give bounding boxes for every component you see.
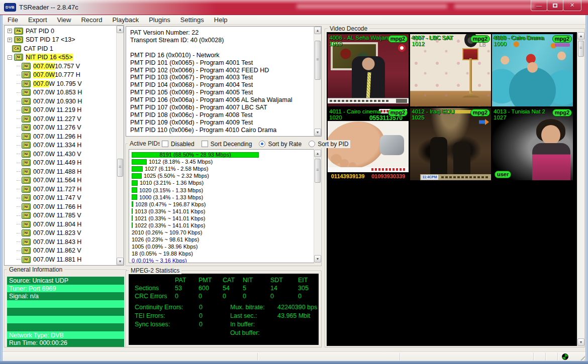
pid-row[interactable]: 1005 (0.09% - 38.96 Kbps) <box>132 243 314 250</box>
scroll-up-icon[interactable]: ▲ <box>117 26 124 33</box>
tree-item-transponder[interactable]: NI 007.0W 11.843 H <box>5 237 116 247</box>
menu-item[interactable]: Settings <box>175 16 209 24</box>
pid-row[interactable]: 1022 (0.33% ~ 141.01 Kbps) <box>132 222 314 229</box>
radio-selected-icon[interactable] <box>259 141 265 147</box>
pid-row[interactable]: 1025 (5.50% ~ 2.32 Mbps) <box>132 172 314 179</box>
tree-item-transponder[interactable]: NI 007.0W 11.219 H <box>5 106 116 115</box>
tree-item-transponder[interactable]: NI 007.0W 11.449 H <box>5 159 116 168</box>
active-pids-list[interactable]: 8191 (68.50% ~ 28.93 Mbps) 1012 (8.18% -… <box>129 149 314 263</box>
tree-item-sdt[interactable]: + SD SDT PID 17 <13> <box>5 36 116 45</box>
scrollbar-thumb[interactable] <box>315 41 321 80</box>
scroll-up-icon[interactable]: ▲ <box>314 150 321 157</box>
pid-row[interactable]: 1028 (0.47% ~ 196.87 Kbps) <box>132 201 314 208</box>
pid-row[interactable]: 1013 (0.33% ~ 141.01 Kbps) <box>132 208 314 215</box>
active-pids-scrollbar[interactable]: ▲ ▼ <box>314 150 321 263</box>
video-tile-iraqi-edu[interactable]: 11:4CPM 4012 - Iraqi EDU 1025 mpg2 <box>410 108 491 180</box>
minimize-button[interactable]: — <box>531 0 547 11</box>
sort-by-pid-radio[interactable]: Sort by PID <box>309 141 348 148</box>
pid-row[interactable]: 1027 (6.11% - 2.58 Mbps) <box>132 165 314 172</box>
pid-row[interactable]: 1020 (3.15% - 1.33 Mbps) <box>132 186 314 193</box>
pid-row[interactable]: 1000 (3.14% - 1.33 Mbps) <box>132 194 314 201</box>
scroll-down-icon[interactable]: ▼ <box>314 255 321 263</box>
highlighted-text: 007.0W <box>33 63 55 70</box>
tree-scrollbar[interactable]: ▲ ▼ <box>116 26 124 265</box>
radio-icon[interactable] <box>309 141 315 147</box>
tree-item-transponder[interactable]: NI 007.0W 10.777 H <box>5 71 116 80</box>
tree-item-transponder[interactable]: NI 007.0W 10.853 H <box>5 88 116 97</box>
tree-item-cat[interactable]: CA CAT PID 1 <box>5 44 116 53</box>
tree-item-transponder[interactable]: NI 007.0W 11.296 H <box>5 132 116 141</box>
video-tile-al-seha-waljamal[interactable]: 4006 - AL Seha Waljamal 1010 mpg2 <box>328 34 409 106</box>
pid-row[interactable]: 1010 (3.21% - 1.36 Mbps) <box>132 179 314 186</box>
tree-item-label: 007.0W 11.219 H <box>33 106 81 113</box>
tree-item-pat[interactable]: + PA PAT PID 0 <box>5 27 116 36</box>
video-tile-tunisia-nat-2[interactable]: user 4013 - Tunisia Nat 2 1027 mpg2 <box>492 108 573 180</box>
pid-row[interactable]: 1026 (0.23% ~ 98.61 Kbps) <box>132 236 314 243</box>
menu-item[interactable]: View <box>52 16 76 24</box>
scrollbar-thumb[interactable] <box>315 159 321 183</box>
sort-by-rate-radio[interactable]: Sort by Rate <box>259 141 302 148</box>
menu-item[interactable]: File <box>3 16 23 24</box>
expand-icon[interactable]: + <box>8 29 12 33</box>
tree-item-transponder[interactable]: NI 007.0W 11.488 H <box>5 167 116 176</box>
pid-row[interactable]: 1021 (0.33% ~ 141.01 Kbps) <box>132 215 314 222</box>
tree-item-transponder[interactable]: NI 007.0W 11.564 H <box>5 176 116 185</box>
menu-item[interactable]: Help <box>209 16 233 24</box>
video-pid: 1025 <box>412 114 455 120</box>
scroll-down-icon[interactable]: ▼ <box>577 338 584 346</box>
pid-row-total[interactable]: 8191 (68.50% ~ 28.93 Mbps) <box>132 151 314 158</box>
tree-item-transponder[interactable]: NI 007.0W 11.747 V <box>5 194 116 203</box>
tree-item-transponder[interactable]: NI 007.0W 11.785 V <box>5 211 116 220</box>
tree-item-label: 007.0W 11.488 H <box>33 168 81 175</box>
video-decode-scrollbar[interactable]: ▲ ▼ <box>577 32 584 346</box>
tree-item-transponder[interactable]: NI 007.0W 11.430 V <box>5 150 116 159</box>
scrollbar-thumb[interactable] <box>117 159 123 177</box>
checkbox-icon[interactable] <box>202 141 208 147</box>
scroll-down-icon[interactable]: ▼ <box>117 258 124 265</box>
tree-item-nit[interactable]: - NI NIT PID 16 <55> <box>5 53 116 62</box>
collapse-icon[interactable]: - <box>8 55 12 60</box>
tree-item-transponder[interactable]: NI 007.0W 10.795 V <box>5 79 116 88</box>
scroll-down-icon[interactable]: ▼ <box>314 129 321 136</box>
tree-item-transponder[interactable]: NI 007.0W 11.766 H <box>5 202 116 211</box>
menu-item[interactable]: Plugins <box>144 16 175 24</box>
scroll-up-icon[interactable]: ▲ <box>577 32 584 40</box>
video-tile-lbc-sat[interactable]: LB 4007 - LBC SAT 1012 mpg2 <box>410 34 491 106</box>
scrollbar-thumb[interactable] <box>578 41 584 57</box>
pid-row-label: 1000 (3.14% - 1.33 Mbps) <box>139 194 203 200</box>
pat-scrollbar[interactable]: ▲ ▼ <box>314 27 321 136</box>
general-info-row: Source: Unicast UDP <box>7 277 124 285</box>
menu-item[interactable]: Export <box>23 16 52 24</box>
title-bar[interactable]: DVB TSReader -- 2.8.47c — ✕ <box>0 0 588 15</box>
tree-item-transponder[interactable]: NI 007.0W 11.334 H <box>5 141 116 150</box>
sort-descending-checkbox[interactable]: Sort Decending <box>202 141 252 148</box>
nit-icon: NI <box>22 89 31 96</box>
menu-item[interactable]: Record <box>76 16 107 24</box>
menu-item[interactable]: Playback <box>107 16 144 24</box>
resize-grip[interactable] <box>578 354 585 360</box>
tree-item-transponder[interactable]: NI 007.0W 10.930 H <box>5 97 116 106</box>
nit-icon: NI <box>22 115 31 123</box>
pid-row[interactable]: 2010 (0.26% ~ 109.70 Kbps) <box>132 229 314 236</box>
video-tile-cairo-drama[interactable]: 4010 - Cairo Drama 1000 mpg2 <box>492 34 573 106</box>
tree-item-transponder[interactable]: NI 007.0W 11.727 H <box>5 185 116 194</box>
tree-item-transponder[interactable]: NI 007.0W 11.276 V <box>5 124 116 133</box>
active-pids-controls: Disabled Sort Decending Sort by Rate Sor… <box>160 140 350 148</box>
pat-details-text[interactable]: PAT Version Number: 22Transport Stream I… <box>126 27 313 136</box>
scroll-up-icon[interactable]: ▲ <box>314 27 321 34</box>
tree-item-transponder[interactable]: NI 007.0W 11.881 H <box>5 255 116 264</box>
pid-row[interactable]: 18 (0.05% ~ 19.88 Kbps) <box>132 250 314 257</box>
tree-item-transponder[interactable]: NI 007.0W 11.227 V <box>5 114 116 124</box>
tree-item-transponder[interactable]: NI 007.0W 11.804 H <box>5 220 116 229</box>
disabled-checkbox[interactable]: Disabled <box>162 141 194 148</box>
tree-item-transponder[interactable]: NI 007.0W 10.757 V <box>5 62 116 71</box>
pid-row[interactable]: 0 (0.01% ~ 3.16 Kbps) <box>132 257 314 263</box>
checkbox-icon[interactable] <box>162 141 168 147</box>
channel-watermark: LB <box>479 42 486 48</box>
close-button[interactable]: ✕ <box>563 0 581 11</box>
expand-icon[interactable]: + <box>8 38 12 42</box>
tree-item-transponder[interactable]: NI 007.0W 11.823 V <box>5 229 116 238</box>
pid-row[interactable]: 1012 (8.18% - 3.45 Mbps) <box>132 158 314 165</box>
maximize-button[interactable] <box>547 0 563 11</box>
tree-item-transponder[interactable]: NI 007.0W 11.862 V <box>5 247 116 256</box>
